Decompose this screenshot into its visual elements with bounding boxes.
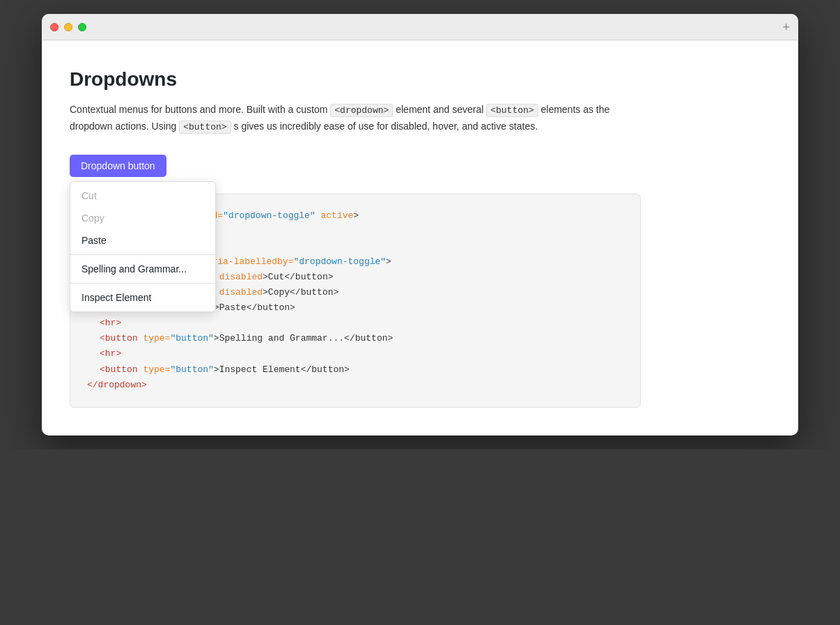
dropdown-area: Dropdown button Cut Copy Paste Spelling … xyxy=(70,155,641,177)
desc-text-4: s gives us incredibly ease of use for di… xyxy=(231,121,538,132)
code-line-11: <button type="button">Inspect Element</b… xyxy=(87,362,623,378)
new-tab-button[interactable]: + xyxy=(782,20,790,34)
dropdown-item-inspect[interactable]: Inspect Element xyxy=(70,286,215,309)
dropdown-item-copy[interactable]: Copy xyxy=(70,207,215,229)
code-line-8: <hr> xyxy=(87,316,623,331)
code-line-9: <button type="button">Spelling and Gramm… xyxy=(87,331,623,346)
desc-code-1: <dropdown> xyxy=(330,104,393,117)
page-title: Dropdowns xyxy=(70,68,641,91)
code-line-12: </dropdown> xyxy=(87,378,623,393)
desc-text-1: Contextual menus for buttons and more. B… xyxy=(70,104,330,115)
dropdown-item-paste[interactable]: Paste xyxy=(70,229,215,252)
close-button[interactable] xyxy=(50,23,59,31)
dropdown-divider-1 xyxy=(70,254,215,255)
main-content: Dropdowns Contextual menus for buttons a… xyxy=(42,40,669,435)
maximize-button[interactable] xyxy=(78,23,86,31)
dropdown-divider-2 xyxy=(70,283,215,284)
dropdown-menu: Cut Copy Paste Spelling and Grammar... I… xyxy=(70,181,216,312)
app-window: + Dropdowns Contextual menus for buttons… xyxy=(42,14,798,435)
traffic-lights xyxy=(50,23,86,31)
code-line-10: <hr> xyxy=(87,346,623,362)
dropdown-item-cut[interactable]: Cut xyxy=(70,185,215,207)
titlebar: + xyxy=(42,14,798,40)
desc-code-2: <button> xyxy=(486,104,538,117)
dropdown-item-spelling[interactable]: Spelling and Grammar... xyxy=(70,258,215,280)
dropdown-toggle-button[interactable]: Dropdown button xyxy=(70,155,166,177)
desc-code-3: <button> xyxy=(179,121,231,134)
minimize-button[interactable] xyxy=(64,23,72,31)
page-description: Contextual menus for buttons and more. B… xyxy=(70,102,641,135)
desc-text-2: element and several xyxy=(393,104,486,115)
